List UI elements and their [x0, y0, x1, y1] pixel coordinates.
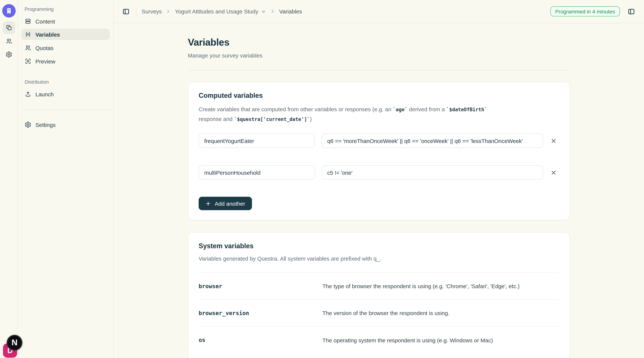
description-text: derived from a: [408, 106, 446, 112]
copy-pages-icon: [6, 24, 12, 31]
computed-variable-rows: [199, 134, 559, 180]
inline-code: `$dateOfBirth`: [446, 107, 487, 112]
sidebar-toggle-button[interactable]: [121, 7, 131, 16]
computed-variable-row: [199, 134, 559, 148]
computed-variable-row: [199, 165, 559, 180]
sidebar-item-label: Launch: [36, 91, 54, 97]
sidebar-divider: [22, 109, 110, 110]
inline-code: `$questra['current_date']`: [234, 116, 310, 122]
system-variable-description: The operating system the respondent is u…: [322, 337, 493, 343]
top-header: Surveys Yogurt Attitudes and Usage Study…: [114, 0, 644, 23]
panel-left-icon: [122, 8, 130, 15]
description-text: response and: [199, 116, 234, 122]
sidebar-item-launch[interactable]: Launch: [21, 88, 110, 100]
remove-variable-button[interactable]: [548, 135, 559, 146]
section-label-distribution: Distribution: [24, 79, 49, 85]
users-icon: [24, 44, 31, 51]
surveys-rail-button[interactable]: [2, 21, 15, 34]
building-icon: [5, 7, 13, 15]
survey-name-label: Yogurt Attitudes and Usage Study: [175, 8, 258, 15]
section-label-programming: Programming: [24, 6, 54, 12]
sidebar-item-label: Preview: [36, 58, 55, 64]
nextjs-dev-badge[interactable]: N: [7, 335, 22, 350]
audience-rail-button[interactable]: [2, 35, 15, 47]
nextjs-n-logo: N: [12, 338, 18, 347]
description-text: ): [310, 116, 312, 122]
chevron-right-icon: [166, 9, 171, 14]
inline-code: `age`: [393, 107, 407, 112]
panel-right-icon: [628, 8, 635, 15]
sidebar-item-preview[interactable]: Preview: [21, 56, 110, 67]
gear-icon: [6, 51, 12, 58]
sidebar-item-quotas[interactable]: Quotas: [21, 42, 110, 53]
add-another-label: Add another: [215, 200, 245, 207]
org-logo[interactable]: [2, 4, 16, 18]
main-area: Surveys Yogurt Attitudes and Usage Study…: [114, 0, 644, 358]
sidebar: Programming Content Variables: [18, 0, 114, 358]
variable-name-input[interactable]: [199, 165, 315, 180]
icon-rail: [0, 0, 18, 358]
sidebar-item-label: Content: [36, 18, 55, 25]
upload-icon: [24, 91, 31, 97]
system-variable-row: browser The type of browser the responde…: [199, 273, 559, 300]
header-divider: [136, 7, 136, 16]
breadcrumb-survey-name[interactable]: Yogurt Attitudes and Usage Study: [175, 8, 266, 15]
sidebar-item-variables[interactable]: Variables: [21, 29, 110, 40]
chevron-right-icon: [270, 9, 276, 14]
breadcrumb: Surveys Yogurt Attitudes and Usage Study…: [142, 8, 302, 15]
description-text: Create variables that are computed from …: [199, 106, 393, 112]
page-content: Variables Manage your survey variables C…: [114, 23, 644, 358]
system-variable-name: browser_version: [199, 310, 322, 316]
sidebar-item-label: Quotas: [36, 45, 54, 51]
system-variable-description: The version of the browser the responden…: [322, 310, 450, 316]
function-variable-icon: [24, 31, 31, 38]
breadcrumb-current: Variables: [279, 8, 302, 15]
system-variable-name: os: [199, 337, 322, 343]
system-variable-row: os The operating system the respondent i…: [199, 327, 559, 353]
settings-rail-button[interactable]: [2, 48, 15, 61]
computed-variables-description: Create variables that are computed from …: [199, 105, 559, 124]
remove-variable-button[interactable]: [548, 167, 559, 178]
system-variable-row: browser_version The version of the brows…: [199, 300, 559, 327]
sidebar-item-content[interactable]: Content: [21, 16, 110, 27]
scan-preview-icon: [24, 58, 31, 65]
right-panel-toggle-button[interactable]: [626, 7, 636, 16]
system-variables-description: Variables generated by Questra. All syst…: [199, 254, 559, 263]
system-variables-title: System variables: [199, 242, 559, 250]
users-icon: [6, 38, 12, 44]
variable-expression-input[interactable]: [322, 165, 543, 180]
gear-icon: [24, 121, 31, 128]
sidebar-item-settings[interactable]: Settings: [21, 119, 110, 130]
close-icon: [551, 170, 556, 175]
computed-variables-card: Computed variables Create variables that…: [188, 82, 570, 220]
chevron-down-icon: [261, 9, 266, 14]
system-variables-card: System variables Variables generated by …: [188, 232, 570, 358]
variable-name-input[interactable]: [199, 134, 315, 148]
close-icon: [551, 138, 556, 143]
page-subtitle: Manage your survey variables: [188, 52, 570, 59]
programmed-time-badge: Programmed in 4 minutes: [550, 6, 620, 17]
breadcrumb-surveys[interactable]: Surveys: [142, 8, 162, 15]
system-variable-name: browser: [199, 283, 322, 289]
system-variable-description: The type of browser the respondent is us…: [322, 283, 520, 289]
computed-variables-title: Computed variables: [199, 92, 559, 100]
plus-icon: [205, 201, 211, 206]
add-another-button[interactable]: Add another: [199, 197, 252, 210]
app-root: D N Programming Content Vari: [0, 0, 644, 358]
rows-icon: [24, 18, 31, 25]
sidebar-item-label: Variables: [36, 31, 60, 38]
title-divider: [188, 70, 570, 71]
page-title: Variables: [188, 37, 570, 48]
sidebar-item-label: Settings: [36, 121, 56, 128]
variable-expression-input[interactable]: [322, 134, 543, 148]
